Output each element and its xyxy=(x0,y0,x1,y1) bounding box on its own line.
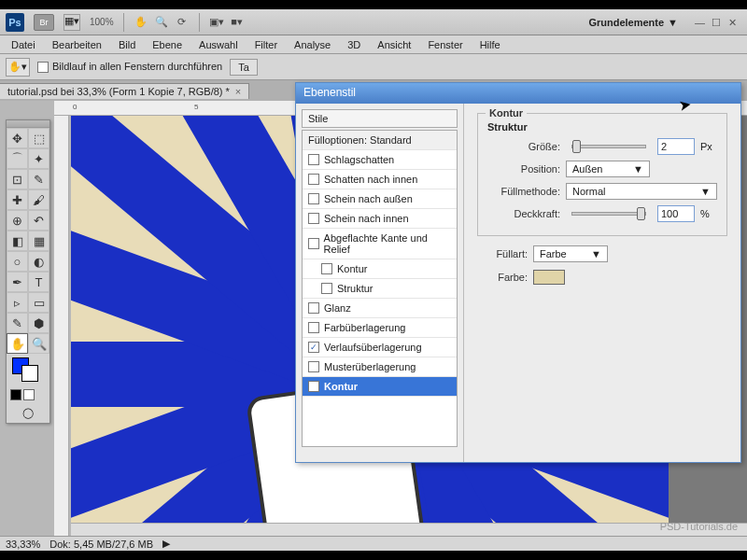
tool-dodge[interactable]: ◐ xyxy=(28,251,49,272)
blendmode-dropdown[interactable]: Normal▼ xyxy=(566,183,717,200)
style-checkbox[interactable] xyxy=(308,213,319,224)
blend-options-row[interactable]: Fülloptionen: Standard xyxy=(303,131,457,150)
current-tool-icon[interactable]: ✋▾ xyxy=(6,58,30,77)
style-checkbox[interactable] xyxy=(308,238,319,249)
tool-shape[interactable]: ▭ xyxy=(28,292,49,313)
size-input[interactable] xyxy=(657,138,695,155)
tool-hand[interactable]: ✋ xyxy=(7,333,28,354)
menu-bild[interactable]: Bild xyxy=(111,37,143,52)
menu-ebene[interactable]: Ebene xyxy=(145,37,190,52)
style-checkbox[interactable] xyxy=(321,263,332,274)
tool-blur[interactable]: ○ xyxy=(7,251,28,272)
toolbox-grip[interactable] xyxy=(7,120,49,128)
color-swatches[interactable] xyxy=(10,357,46,385)
scroll-all-checkbox[interactable]: Bildlauf in allen Fenstern durchführen xyxy=(37,61,222,73)
tool-wand[interactable]: ✦ xyxy=(28,148,49,169)
style-row[interactable]: Farbüberlagerung xyxy=(303,318,457,338)
menu-datei[interactable]: Datei xyxy=(4,37,43,52)
menu-ansicht[interactable]: Ansicht xyxy=(370,37,418,52)
tool-notes[interactable]: ✎ xyxy=(7,313,28,333)
close-tab-icon[interactable]: × xyxy=(235,86,241,97)
tool-3d[interactable]: ⬢ xyxy=(28,313,49,333)
bridge-button[interactable]: Br xyxy=(34,14,54,31)
style-row[interactable]: Kontur xyxy=(303,259,457,279)
filltype-dropdown[interactable]: Farbe▼ xyxy=(533,245,608,262)
layout-dropdown[interactable]: ▦▾ xyxy=(63,14,80,31)
style-row[interactable]: Schlagschatten xyxy=(303,150,457,170)
style-row[interactable]: Struktur xyxy=(303,279,457,299)
hand-icon[interactable]: ✋ xyxy=(134,15,148,30)
screen-mode-icon[interactable]: ▣▾ xyxy=(209,15,224,30)
close-button[interactable]: ✕ xyxy=(728,17,741,28)
zoom-icon[interactable]: 🔍 xyxy=(154,15,169,30)
style-label: Schein nach außen xyxy=(324,193,413,204)
style-row[interactable]: Schatten nach innen xyxy=(303,170,457,189)
style-row[interactable]: ✓Verlaufsüberlagerung xyxy=(303,338,457,357)
position-dropdown[interactable]: Außen▼ xyxy=(566,161,650,177)
tool-brush[interactable]: 🖌 xyxy=(28,189,49,210)
arrange-icon[interactable]: ■▾ xyxy=(230,15,245,30)
menu-filter[interactable]: Filter xyxy=(247,37,285,52)
chevron-down-icon: ▼ xyxy=(700,186,711,197)
style-checkbox[interactable] xyxy=(308,302,319,314)
scrollbar-horizontal[interactable] xyxy=(71,523,747,536)
tool-marquee[interactable]: ⬚ xyxy=(28,128,49,148)
background-color[interactable] xyxy=(21,365,38,382)
tool-heal[interactable]: ✚ xyxy=(7,189,28,210)
tool-zoom[interactable]: 🔍 xyxy=(28,333,49,354)
opacity-slider[interactable] xyxy=(571,212,646,216)
workspace-switcher[interactable]: Grundelemente▼ xyxy=(588,17,678,28)
menu-3d[interactable]: 3D xyxy=(340,37,368,52)
size-slider[interactable] xyxy=(571,145,646,148)
menu-bearbeiten[interactable]: Bearbeiten xyxy=(45,37,109,52)
tool-eyedrop[interactable]: ✎ xyxy=(28,169,49,189)
style-row[interactable]: ✓Kontur xyxy=(303,377,457,397)
tool-type[interactable]: T xyxy=(28,272,49,292)
style-row[interactable]: Glanz xyxy=(303,299,457,318)
style-checkbox[interactable] xyxy=(308,154,319,165)
tool-stamp[interactable]: ⊕ xyxy=(7,210,28,231)
styles-header[interactable]: Stile xyxy=(302,109,458,128)
style-label: Musterüberlagerung xyxy=(324,361,416,372)
tool-move[interactable]: ✥ xyxy=(7,128,28,148)
dialog-titlebar[interactable]: Ebenenstil xyxy=(296,83,740,104)
layer-style-dialog: Ebenenstil Stile Fülloptionen: Standard … xyxy=(295,82,741,463)
tool-path[interactable]: ▹ xyxy=(7,292,28,313)
document-tab[interactable]: tutorial.psd bei 33,3% (Form 1 Kopie 7, … xyxy=(0,83,249,99)
style-checkbox[interactable] xyxy=(308,361,319,372)
ps-logo-icon: Ps xyxy=(6,13,24,32)
tool-crop[interactable]: ⊡ xyxy=(7,169,28,189)
status-arrow-icon[interactable]: ▶ xyxy=(162,538,170,550)
minimize-button[interactable]: — xyxy=(695,17,708,28)
tool-lasso[interactable]: ⌒ xyxy=(7,148,28,169)
style-checkbox[interactable] xyxy=(308,322,319,333)
tool-gradient[interactable]: ▦ xyxy=(28,231,49,251)
color-swatch[interactable] xyxy=(533,270,565,285)
style-row[interactable]: Schein nach außen xyxy=(303,189,457,209)
tool-history[interactable]: ↶ xyxy=(28,210,49,231)
style-label: Kontur xyxy=(337,263,367,274)
style-row[interactable]: Musterüberlagerung xyxy=(303,357,457,377)
style-checkbox[interactable]: ✓ xyxy=(308,342,319,353)
rotate-icon[interactable]: ⟳ xyxy=(175,15,190,30)
menu-analyse[interactable]: Analyse xyxy=(287,37,338,52)
style-label: Schein nach innen xyxy=(324,213,409,224)
mini-swatch[interactable] xyxy=(10,389,21,400)
opacity-input[interactable] xyxy=(657,205,695,222)
menu-hilfe[interactable]: Hilfe xyxy=(472,37,508,52)
tool-eraser[interactable]: ◧ xyxy=(7,231,28,251)
style-checkbox[interactable]: ✓ xyxy=(308,381,319,392)
style-row[interactable]: Abgeflachte Kante und Relief xyxy=(303,229,457,259)
menu-fenster[interactable]: Fenster xyxy=(420,37,470,52)
style-checkbox[interactable] xyxy=(321,283,332,294)
menu-auswahl[interactable]: Auswahl xyxy=(191,37,246,52)
style-checkbox[interactable] xyxy=(308,193,319,204)
style-checkbox[interactable] xyxy=(308,174,319,185)
statusbar: 33,33% Dok: 5,45 MB/27,6 MB ▶ xyxy=(0,536,747,551)
mini-swatch[interactable] xyxy=(23,389,35,400)
maximize-button[interactable]: ☐ xyxy=(712,17,725,28)
style-row[interactable]: Schein nach innen xyxy=(303,209,457,229)
quickmask-button[interactable]: ◯ xyxy=(7,402,49,423)
actual-pixels-button[interactable]: Ta xyxy=(230,59,258,76)
tool-pen[interactable]: ✒ xyxy=(7,272,28,292)
